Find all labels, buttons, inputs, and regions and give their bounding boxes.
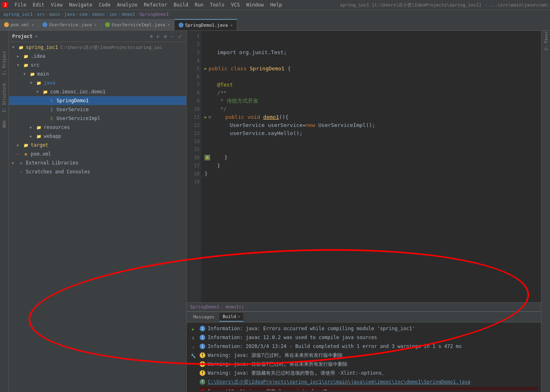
- tree-pom-xml[interactable]: ← m pom.xml: [9, 150, 186, 158]
- tab-messages[interactable]: Messages: [190, 313, 218, 322]
- run-arrow-5[interactable]: ▶: [204, 65, 207, 73]
- tree-external-libraries[interactable]: ▶ ≡ External Libraries: [9, 158, 186, 167]
- code-line-6: [204, 73, 538, 81]
- editor-content[interactable]: 1 2 3 4 5 6 7 8 9 10 11 12 13 14 15 16 1: [187, 31, 541, 302]
- panel-locate-btn[interactable]: ⊢: [156, 33, 161, 40]
- menu-edit[interactable]: Edit: [30, 1, 48, 8]
- menu-build[interactable]: Build: [171, 1, 192, 8]
- info-icon-2: i: [200, 335, 205, 340]
- tree-webapp[interactable]: ▶ 📁 webapp: [9, 132, 186, 141]
- warn-icon-2: !: [200, 361, 205, 367]
- panel-label-project[interactable]: 1: Project: [2, 51, 6, 75]
- panel-label-web[interactable]: Web: [2, 120, 6, 128]
- folder-icon-src: 📁: [23, 62, 29, 68]
- build-line-file[interactable]: f C:\Users\庄小贤\IdeaProjects\spring_ioc1\…: [200, 377, 538, 386]
- code-line-1: [204, 32, 538, 40]
- code-line-10: */: [204, 105, 538, 113]
- tree-scratches[interactable]: ✂ Scratches and Consoles: [9, 167, 186, 176]
- menu-bar: J File Edit View Navigate Code Analyze R…: [0, 0, 550, 10]
- tree-item-target-label: target: [31, 142, 48, 148]
- panel-settings-btn[interactable]: ⚙: [163, 33, 168, 40]
- panel-tools: ⊕ ⊢ ⚙ — ⤢: [149, 33, 183, 40]
- tree-userserviceimpl[interactable]: C UserServiceImpl: [9, 114, 186, 123]
- build-error-btn[interactable]: 🔧: [190, 352, 196, 359]
- tab-build[interactable]: Build ×: [219, 313, 243, 322]
- build-run-btn[interactable]: ▶: [190, 326, 196, 332]
- menu-code[interactable]: Code: [96, 1, 114, 8]
- bottom-panel: Messages Build × ▶ ℹ ⚠ 🔧 i: [187, 311, 541, 392]
- menu-window[interactable]: Window: [243, 1, 267, 8]
- scratches-icon: ✂: [18, 169, 24, 175]
- menu-refactor[interactable]: Refactor: [141, 1, 171, 8]
- menu-run[interactable]: Run: [192, 1, 207, 8]
- build-msg-2: Information: javac 12.0.2 was used to co…: [208, 334, 377, 341]
- right-sidebar-favorites[interactable]: 2: Favorites: [542, 32, 550, 40]
- build-line-warn-2: ! Warning: java: 目标值7已过时, 将在未来所有发行版中删除: [200, 360, 538, 369]
- tree-userservice[interactable]: I UserService: [9, 105, 186, 114]
- code-line-19: [204, 178, 538, 186]
- code-line-15: [204, 145, 538, 154]
- build-warn-btn[interactable]: ⚠: [190, 344, 196, 350]
- breadcrumb-method[interactable]: demo1(): [225, 304, 244, 310]
- panel-minus-btn[interactable]: —: [170, 33, 175, 40]
- tree-springdemo1[interactable]: C SpringDemo1: [9, 96, 186, 105]
- build-info-btn[interactable]: ℹ: [190, 335, 196, 341]
- tree-item-spring-ioc1-label: spring_ioc1: [26, 44, 58, 50]
- tree-package[interactable]: ▼ 📁 com.imooc.ioc.demo1: [9, 87, 186, 96]
- tree-java[interactable]: ▼ 📁 java: [9, 78, 186, 87]
- fold-marker-11[interactable]: ⊟: [209, 113, 211, 121]
- tree-item-pom-label: pom.xml: [31, 151, 51, 157]
- menu-help[interactable]: Help: [267, 1, 285, 8]
- tab-userserviceimpl[interactable]: UserServiceImpl.java ×: [101, 19, 174, 30]
- tree-src[interactable]: ▼ 📁 src: [9, 61, 186, 70]
- menu-analyze[interactable]: Analyze: [114, 1, 141, 8]
- build-msg-file[interactable]: C:\Users\庄小贤\IdeaProjects\spring_ioc1\sr…: [208, 378, 470, 386]
- panel-add-btn[interactable]: ⊕: [149, 33, 154, 40]
- menu-file[interactable]: File: [11, 1, 30, 8]
- userservice-icon: [42, 22, 47, 27]
- code-line-18: }: [204, 170, 538, 178]
- tab-springdemo1[interactable]: SpringDemo1.java ×: [175, 19, 237, 30]
- tab-userservice-close[interactable]: ×: [94, 23, 97, 27]
- build-output: ▶ ℹ ⚠ 🔧 i Information: java: Errors occu…: [187, 322, 541, 392]
- userserviceimpl-icon: [105, 22, 110, 27]
- class-icon-userserviceimpl: C: [48, 115, 55, 122]
- panel-dropdown-arrow[interactable]: ▾: [35, 34, 38, 39]
- menu-view[interactable]: View: [48, 1, 66, 8]
- run-arrow-11[interactable]: ▶: [204, 113, 207, 121]
- tab-springdemo1-close[interactable]: ×: [230, 23, 233, 27]
- tree-item-src-label: src: [31, 62, 40, 68]
- breadcrumb-spring-ioc1[interactable]: spring_ioc1: [3, 12, 33, 17]
- tab-userserviceimpl-close[interactable]: ×: [168, 23, 170, 27]
- method-breadcrumb: SpringDemo1 › demo1(): [187, 302, 541, 311]
- tab-build-close[interactable]: ×: [238, 314, 240, 319]
- folder-icon-resources: 📁: [36, 124, 42, 131]
- tab-pom-label: pom.xml: [11, 22, 29, 27]
- tab-pom-close[interactable]: ×: [32, 23, 34, 27]
- tab-userserviceimpl-label: UserServiceImpl.java: [112, 22, 165, 27]
- breadcrumb-class[interactable]: SpringDemo1: [190, 304, 219, 310]
- tree-main[interactable]: ▼ 📁 main: [9, 70, 186, 78]
- build-line-warn-3: ! Warning: java: 要隐藏有关已过时选项的警告, 请使用 -Xli…: [200, 369, 538, 377]
- build-msg-warn-1: Warning: java: 源值7已过时, 将在未来所有发行版中删除: [208, 352, 343, 359]
- menu-vcs[interactable]: VCS: [228, 1, 243, 8]
- folder-icon-java: 📁: [36, 80, 42, 86]
- tab-pom-xml[interactable]: pom.xml ×: [0, 19, 38, 30]
- tab-userservice[interactable]: UserService.java ×: [38, 19, 101, 30]
- springdemo1-icon: [179, 23, 183, 27]
- tree-item-main-label: main: [37, 71, 49, 77]
- editor-tabs: pom.xml × UserService.java × UserService…: [0, 19, 550, 31]
- panel-expand-btn[interactable]: ⤢: [177, 33, 183, 40]
- tree-resources[interactable]: ▶ 📁 resources: [9, 123, 186, 132]
- menu-tools[interactable]: Tools: [207, 1, 228, 8]
- tree-spring-ioc1[interactable]: ▼ 📁 spring_ioc1 C:\Users\庄小贤\IdeaProject…: [9, 43, 186, 52]
- tree-item-userservice-label: UserService: [57, 107, 89, 112]
- tree-item-userserviceimpl-label: UserServiceImpl: [57, 116, 100, 121]
- tree-target[interactable]: ▶ 📁 target: [9, 141, 186, 150]
- tree-idea[interactable]: ▶ 📁 .idea: [9, 52, 186, 61]
- build-line-warn-1: ! Warning: java: 源值7已过时, 将在未来所有发行版中删除: [200, 351, 538, 360]
- build-msg-1: Information: java: Errors occurred while…: [208, 325, 415, 332]
- panel-label-structure[interactable]: Z: Structure: [2, 83, 6, 112]
- menu-navigate[interactable]: Navigate: [66, 1, 96, 8]
- code-editor[interactable]: import org.junit.Test; ▶ public class Sp…: [201, 31, 541, 302]
